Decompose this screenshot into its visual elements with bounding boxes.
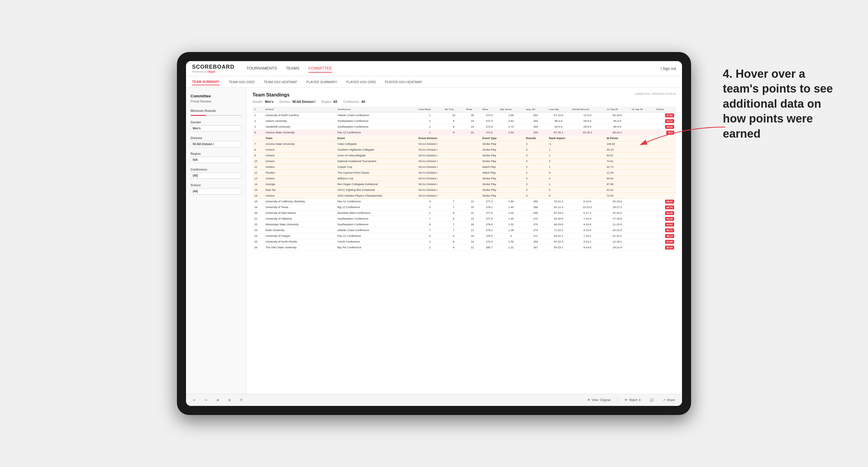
points-23[interactable]: 68.71 (665, 228, 674, 232)
points-3[interactable]: 90.20 (665, 125, 674, 129)
redo-button[interactable]: ↪ (202, 397, 210, 403)
sub-nav-player-h2h-heatmap[interactable]: PLAYER H2H HEATMAP (385, 79, 422, 85)
points-22[interactable]: 63.81 (665, 223, 674, 226)
filter-school-label: School (190, 184, 242, 187)
table-row[interactable]: 2 Auburn University Southeastern Confere… (252, 118, 676, 124)
table-row[interactable]: 3 Vanderbilt University Southeastern Con… (252, 124, 676, 130)
table-row[interactable]: 25 University of North Florida ASUN Conf… (252, 239, 676, 245)
region-value: All (333, 100, 337, 103)
points-21[interactable]: 68.48 (665, 217, 674, 221)
table-row[interactable]: 1 University of North Carolina Atlantic … (252, 113, 676, 118)
filter-gender: Gender Men's (190, 121, 242, 131)
filter-division: Division NCAA Division I (190, 136, 242, 147)
conf-4: Pac-12 Conference (336, 130, 417, 135)
view-original-button[interactable]: 👁 View: Original (585, 397, 613, 403)
nav-tournaments[interactable]: TOURNAMENTS (247, 64, 277, 72)
expanded-row: 7 Arizona State University Cabo Collegia… (252, 141, 676, 147)
filter-gender-select[interactable]: Men's (190, 125, 242, 131)
nav-teams[interactable]: TEAMS (286, 64, 300, 72)
standings-table: # School Conference Conf Rank No Tour Rn… (252, 106, 676, 250)
sub-nav-team-h2h-heatmap[interactable]: TEAM H2H HEATMAP (264, 79, 297, 85)
share-label: Share (667, 398, 675, 402)
update-time: Update time: 13/03/2024 10:03:42 (635, 92, 676, 95)
exp-event-7: Cabo Collegiate (336, 141, 417, 147)
expanded-row: 8 Univers Southern Highlands Collegiate … (252, 147, 676, 153)
exp-col-rounds: Rounds (524, 135, 547, 141)
table-row[interactable]: 24 University of Oregon Pac-12 Conferenc… (252, 233, 676, 239)
filter-min-rounds-label: Minimum Rounds (190, 109, 242, 113)
conf-3: Southeastern Conference (336, 124, 417, 130)
table-row[interactable]: 20 University of New Mexico Mountain Wes… (252, 210, 676, 216)
zoom-button[interactable]: ⊕ (214, 397, 221, 403)
points-4[interactable]: 79.5 (666, 131, 674, 134)
table-row[interactable]: 23 Duke University Atlantic Coast Confer… (252, 227, 676, 233)
col-vs25: Vs Top 25 (605, 106, 630, 113)
filter-min-rounds: Minimum Rounds (190, 109, 242, 116)
comment-button[interactable]: 💬 (648, 397, 656, 403)
copy-button[interactable]: ⧉ (226, 397, 233, 403)
table-row[interactable]: 26 The Ohio State University Big Ten Con… (252, 245, 676, 250)
nav-bar: SCOREBOARD Powered by clippd TOURNAMENTS… (186, 61, 682, 76)
rank-1: 1 (252, 113, 264, 118)
exp-col-w-points: W Points (605, 135, 655, 141)
rank-2: 2 (252, 118, 264, 124)
filter-region-select[interactable]: N/A (190, 157, 242, 163)
points-26[interactable]: 59.34 (665, 246, 674, 250)
watch-icon: 👁 (624, 398, 627, 402)
points-20[interactable]: 68.49 (665, 211, 674, 215)
col-points: Points (655, 106, 676, 113)
school-4: Arizona State University (264, 130, 336, 135)
main-content: Committee Portal Review Minimum Rounds G… (186, 88, 682, 394)
share-button[interactable]: ↗ Share (660, 397, 678, 403)
points-1[interactable]: 97.02 (665, 114, 674, 117)
sign-out-button[interactable]: | Sign out (661, 66, 676, 71)
filter-slider[interactable] (190, 115, 242, 116)
sub-nav-team-h2h-grid[interactable]: TEAM H2H GRID (229, 79, 255, 85)
points-18[interactable]: 68.07 (665, 199, 674, 204)
toolbar-divider (617, 397, 618, 403)
filter-division-label: Division (190, 136, 242, 140)
expanded-row: 13 Univers Williams Cup NCAA Division I … (252, 176, 676, 182)
expanded-row: 16 Univers 2023 Sahalee Players Champion… (252, 193, 676, 199)
watch-button[interactable]: 👁 Watch ▾ (622, 397, 643, 403)
filter-region: Region N/A (190, 152, 242, 163)
conference-value: All (361, 100, 365, 103)
points-24[interactable]: 58.14 (665, 234, 674, 238)
filter-school-select[interactable]: (All) (190, 188, 242, 194)
exp-col-event-type: Event Type (480, 135, 524, 141)
table-row[interactable]: 21 University of Alabama Southeastern Co… (252, 216, 676, 222)
filter-division-display: Division: NCAA Division I (279, 100, 315, 103)
gender-value: Men's (265, 100, 273, 103)
table-header-row: Team Standings Update time: 13/03/2024 1… (252, 92, 676, 98)
nav-committee[interactable]: COMMITTEE (309, 64, 332, 72)
expanded-row: 9 Univers Amer Ari Intercollegiate NCAA … (252, 153, 676, 158)
col-overall: Overall Record (570, 106, 604, 113)
sub-nav-player-summary[interactable]: PLAYER SUMMARY (306, 79, 337, 85)
sub-nav-team-summary[interactable]: TEAM SUMMARY (192, 79, 220, 85)
tablet-screen: SCOREBOARD Powered by clippd TOURNAMENTS… (186, 61, 682, 406)
nav-links: TOURNAMENTS TEAMS COMMITTEE (247, 64, 660, 72)
col-low-adj: Low Adj. (547, 106, 570, 113)
points-25[interactable]: 63.89 (665, 240, 674, 244)
undo-button[interactable]: ↩ (190, 397, 198, 403)
expanded-row: 15 East Tec OFCC Fighting Illini Invitat… (252, 187, 676, 193)
points-19[interactable]: 68.70 (665, 206, 674, 209)
sub-nav-player-h2h-grid[interactable]: PLAYER H2H GRID (346, 79, 376, 85)
logo-text: SCOREBOARD (192, 64, 235, 70)
exp-col-rank-impact: Rank Impact (547, 135, 605, 141)
expanded-row: 14 Georgia Ben Hogan Collegiate Invitati… (252, 182, 676, 187)
expanded-row: 10 Univers National Invitational Tournam… (252, 158, 676, 164)
table-row[interactable]: 18 University of California, Berkeley Pa… (252, 199, 676, 205)
col-adj-score: Adj. Score (498, 106, 524, 113)
filter-division-select[interactable]: NCAA Division I (190, 141, 242, 147)
filter-conference-select[interactable]: (All) (190, 173, 242, 179)
col-rnds: Rnds (464, 106, 480, 113)
timer-button[interactable]: ⏱ (238, 397, 245, 403)
table-row-highlighted[interactable]: 4 Arizona State University Pac-12 Confer… (252, 130, 676, 135)
sub-nav: TEAM SUMMARY TEAM H2H GRID TEAM H2H HEAT… (186, 76, 682, 88)
table-row[interactable]: 22 Mississippi State University Southeas… (252, 222, 676, 227)
points-2[interactable]: 93.31 (665, 119, 674, 123)
table-header: # School Conference Conf Rank No Tour Rn… (252, 106, 676, 113)
table-row[interactable]: 19 University of Texas Big 12 Conference… (252, 205, 676, 210)
filter-conference-label: Conference (190, 168, 242, 171)
